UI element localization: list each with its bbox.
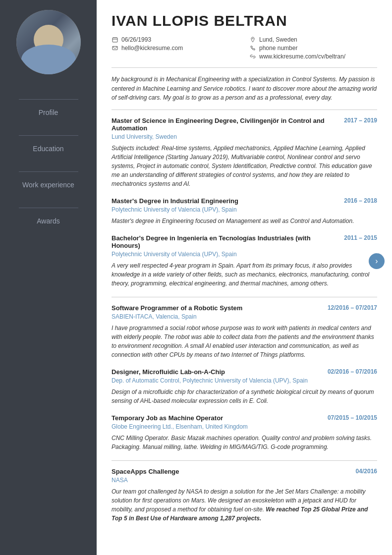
work-desc-2: Design of a microfluidic chip for charac… [112, 388, 377, 405]
name-header: IVAN LLOPIS BELTRAN 06/26/1993 [112, 12, 377, 60]
edu-title-1: Master of Science in Engineering Degree,… [112, 117, 339, 132]
education-divider [112, 297, 377, 297]
work-divider [112, 460, 377, 461]
edu-desc-1: Subjects included: Real-time systems, Ap… [112, 144, 377, 188]
dob-value: 06/26/1993 [121, 36, 151, 43]
entry-header: SpaceApps Challenge NASA 04/2016 [112, 468, 377, 486]
sidebar-item-education: Education [0, 141, 97, 157]
main-content: IVAN LLOPIS BELTRAN 06/26/1993 [97, 0, 392, 555]
header-divider [112, 67, 377, 68]
work-entry-1: Software Programmer of a Robotic System … [112, 304, 377, 359]
website-item: www.kickresume.com/cv/beltran/ [249, 53, 377, 60]
entry-header: Master's Degree in Industrial Engineerin… [112, 197, 377, 216]
divider [19, 99, 78, 100]
edu-title-3: Bachelor's Degree in Ingeniería en Tecno… [112, 234, 339, 249]
phone-value: phone number [259, 45, 297, 52]
calendar-icon [112, 36, 118, 43]
sidebar: Profile Education Work experience Awards [0, 0, 97, 555]
edu-institution-1: Lund University, Sweden [112, 133, 339, 140]
work-title-3: Temporary Job as Machine Operator [112, 414, 323, 422]
entry-header: Master of Science in Engineering Degree,… [112, 117, 377, 143]
edu-institution-2: Polytechnic University of Valencia (UPV)… [112, 206, 339, 213]
sidebar-section-awards: Awards [0, 208, 97, 229]
work-section: Software Programmer of a Robotic System … [112, 304, 377, 451]
edu-institution-3: Polytechnic University of Valencia (UPV)… [112, 251, 339, 258]
entry-header: Bachelor's Degree in Ingeniería en Tecno… [112, 234, 377, 260]
edu-dates-3: 2011 – 2015 [344, 234, 377, 241]
edu-title-2: Master's Degree in Industrial Engineerin… [112, 197, 339, 205]
divider [19, 171, 78, 172]
sidebar-item-profile: Profile [0, 105, 97, 120]
contact-info: 06/26/1993 Lund, Sweden [112, 36, 377, 60]
location-item: Lund, Sweden [249, 36, 377, 43]
avatar [16, 10, 81, 74]
sidebar-section-profile: Profile [0, 99, 97, 120]
next-arrow[interactable]: › [369, 253, 385, 269]
candidate-name: IVAN LLOPIS BELTRAN [112, 12, 377, 29]
phone-icon [249, 45, 256, 52]
award-bold-suffix: We reached Top 25 Global Prize and Top 5… [112, 506, 368, 522]
divider [19, 208, 78, 208]
work-institution-3: Globe Engineering Ltd., Elsenham, United… [112, 423, 323, 430]
email-value: hello@kickresume.com [121, 45, 183, 52]
award-entry-1: SpaceApps Challenge NASA 04/2016 Our tea… [112, 468, 377, 523]
entry-header: Temporary Job as Machine Operator Globe … [112, 414, 377, 433]
work-desc-3: CNC Milling Operator. Basic Mazak machin… [112, 434, 377, 451]
email-icon [112, 45, 118, 52]
website-value: www.kickresume.com/cv/beltran/ [259, 53, 345, 60]
work-title-2: Designer, Microfluidic Lab-on-A-Chip [112, 368, 323, 376]
education-section: Master of Science in Engineering Degree,… [112, 117, 377, 288]
work-entry-2: Designer, Microfluidic Lab-on-A-Chip Dep… [112, 368, 377, 405]
svg-rect-5 [112, 47, 117, 50]
phone-item: phone number [249, 45, 377, 52]
work-desc-1: I have programmed a social robot whose p… [112, 324, 377, 359]
awards-section: SpaceApps Challenge NASA 04/2016 Our tea… [112, 468, 377, 523]
sidebar-section-education: Education [0, 135, 97, 157]
edu-desc-3: A very well respected 4-year program in … [112, 261, 377, 288]
edu-desc-2: Master's degree in Engineering focused o… [112, 217, 377, 225]
edu-dates-1: 2017 – 2019 [344, 117, 377, 124]
work-dates-2: 02/2016 – 07/2016 [328, 368, 377, 375]
sidebar-section-work: Work experience [0, 171, 97, 193]
sidebar-item-awards: Awards [0, 213, 97, 229]
award-title-1: SpaceApps Challenge [112, 468, 351, 475]
edu-dates-2: 2016 – 2018 [344, 197, 377, 204]
work-dates-3: 07/2015 – 10/2015 [328, 414, 377, 421]
email-item: hello@kickresume.com [112, 45, 239, 52]
education-entry-3: Bachelor's Degree in Ingeniería en Tecno… [112, 234, 377, 288]
svg-point-4 [252, 38, 253, 39]
profile-text: My background is in Mechanical Engineeri… [112, 75, 377, 103]
entry-header: Designer, Microfluidic Lab-on-A-Chip Dep… [112, 368, 377, 387]
award-dates-1: 04/2016 [356, 468, 377, 475]
dob-item: 06/26/1993 [112, 36, 239, 43]
work-title-1: Software Programmer of a Robotic System [112, 304, 323, 312]
profile-divider [112, 110, 377, 110]
profile-section: My background is in Mechanical Engineeri… [112, 75, 377, 103]
work-institution-1: SABIEN-ITACA, Valencia, Spain [112, 313, 323, 320]
sidebar-item-work: Work experience [0, 177, 97, 193]
education-entry-2: Master's Degree in Industrial Engineerin… [112, 197, 377, 225]
location-value: Lund, Sweden [259, 36, 297, 43]
work-entry-3: Temporary Job as Machine Operator Globe … [112, 414, 377, 451]
location-icon [249, 36, 256, 43]
divider [19, 135, 78, 136]
award-institution-1: NASA [112, 477, 351, 484]
svg-rect-0 [112, 38, 117, 42]
award-desc-1: Our team got challenged by NASA to desig… [112, 487, 377, 523]
work-dates-1: 12/2016 – 07/2017 [328, 304, 377, 311]
education-entry-1: Master of Science in Engineering Degree,… [112, 117, 377, 188]
link-icon [249, 53, 256, 60]
entry-header: Software Programmer of a Robotic System … [112, 304, 377, 323]
work-institution-2: Dep. of Automatic Control, Polytechnic U… [112, 377, 323, 384]
